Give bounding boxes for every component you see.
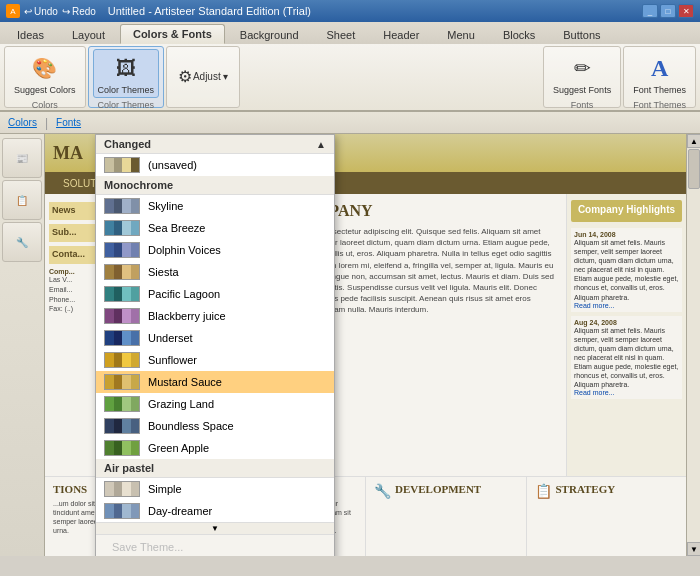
bottom-dev-title: DEVELOPMENT: [395, 483, 481, 495]
fonts-link[interactable]: Fonts: [56, 117, 81, 128]
highlight-2: Aug 24, 2008 Aliquam sit amet felis. Mau…: [571, 316, 682, 400]
swatch-sea-breeze: [104, 220, 140, 236]
dropdown-item-grazing[interactable]: Grazing Land: [96, 393, 334, 415]
main-area: 📰 📋 🔧 MA SOLUTIONS CONTACT News: [0, 134, 700, 556]
ribbon-group-adjust: ⚙ Adjust ▾: [166, 46, 241, 108]
color-themes-dropdown: Changed ▲ (unsaved) Monochrome: [95, 134, 335, 556]
sub-ribbon: Colors | Fonts: [0, 112, 700, 134]
left-panel-btn-3[interactable]: 🔧: [2, 222, 42, 262]
tab-sheet[interactable]: Sheet: [314, 25, 369, 44]
dropdown-item-mustard[interactable]: Mustard Sauce: [96, 371, 334, 393]
dropdown-scroll-down-button[interactable]: ▼: [96, 522, 334, 534]
dropdown-item-skyline[interactable]: Skyline: [96, 195, 334, 217]
colors-link[interactable]: Colors: [8, 117, 37, 128]
site-right-sidebar: Company Highlights Jun 14, 2008 Aliquam …: [566, 194, 686, 476]
tab-blocks[interactable]: Blocks: [490, 25, 548, 44]
save-theme-button[interactable]: Save Theme...: [104, 539, 326, 555]
highlight-1-text: Aliquam sit amet felis. Mauris semper, v…: [574, 238, 679, 302]
suggest-fonts-button[interactable]: ✏ Suggest Fonts: [548, 49, 616, 98]
scrollbar-track[interactable]: [687, 148, 700, 542]
ribbon-content: 🎨 Suggest Colors Colors 🖼 Color Themes C…: [0, 44, 700, 112]
swatch-dolphin: [104, 242, 140, 258]
suggest-colors-button[interactable]: 🎨 Suggest Colors: [9, 49, 81, 98]
close-button[interactable]: ✕: [678, 4, 694, 18]
color-themes-button[interactable]: 🖼 Color Themes: [93, 49, 159, 98]
swatch-mustard: [104, 374, 140, 390]
swatch-unsaved: [104, 157, 140, 173]
title-bar: A ↩ Undo ↪ Redo Untitled - Artisteer Sta…: [0, 0, 700, 22]
tab-header[interactable]: Header: [370, 25, 432, 44]
app-title: Untitled - Artisteer Standard Edition (T…: [108, 5, 311, 17]
site-logo: MA: [53, 143, 83, 164]
dropdown-item-siesta[interactable]: Siesta: [96, 261, 334, 283]
tab-background[interactable]: Background: [227, 25, 312, 44]
swatch-skyline: [104, 198, 140, 214]
tab-ideas[interactable]: Ideas: [4, 25, 57, 44]
dropdown-item-simple[interactable]: Simple: [96, 478, 334, 500]
swatch-boundless: [104, 418, 140, 434]
redo-icon: ↪: [62, 6, 70, 17]
dropdown-item-blackberry[interactable]: Blackberry juice: [96, 305, 334, 327]
maximize-button[interactable]: □: [660, 4, 676, 18]
dev-icon: 🔧: [374, 483, 391, 499]
dropdown-footer: Save Theme... Delete Theme... ...: [96, 534, 334, 556]
dropdown-scroll-up-icon[interactable]: ▲: [316, 139, 326, 150]
highlights-box: Company Highlights: [571, 200, 682, 222]
preview-area: MA SOLUTIONS CONTACT News Sub...: [45, 134, 686, 556]
dropdown-item-boundless[interactable]: Boundless Space: [96, 415, 334, 437]
undo-icon: ↩: [24, 6, 32, 17]
bottom-development: 🔧 DEVELOPMENT: [366, 477, 527, 556]
tab-menu[interactable]: Menu: [434, 25, 488, 44]
color-themes-icon: 🖼: [110, 52, 142, 84]
dropdown-changed-header: Changed ▲: [96, 135, 334, 154]
scrollbar-thumb[interactable]: [688, 149, 700, 189]
highlight-1: Jun 14, 2008 Aliquam sit amet felis. Mau…: [571, 228, 682, 312]
app-icon: A: [6, 4, 20, 18]
scroll-up-button[interactable]: ▲: [687, 134, 700, 148]
dropdown-air-pastel-header: Air pastel: [96, 459, 334, 478]
minimize-button[interactable]: _: [642, 4, 658, 18]
adjust-icon: ⚙: [178, 67, 192, 86]
suggest-colors-icon: 🎨: [29, 52, 61, 84]
tab-colors-fonts[interactable]: Colors & Fonts: [120, 24, 225, 44]
ribbon-group-color-themes: 🖼 Color Themes Color Themes: [88, 46, 164, 108]
delete-theme-button[interactable]: Delete Theme...: [104, 555, 326, 556]
highlights-title: Company Highlights: [575, 204, 678, 215]
strategy-icon: 📋: [535, 483, 552, 499]
left-panel: 📰 📋 🔧: [0, 134, 45, 556]
swatch-green-apple: [104, 440, 140, 456]
dropdown-item-green-apple[interactable]: Green Apple: [96, 437, 334, 459]
scroll-down-button[interactable]: ▼: [687, 542, 700, 556]
highlight-2-readmore[interactable]: Read more...: [574, 389, 679, 396]
ribbon-group-colors: 🎨 Suggest Colors Colors: [4, 46, 86, 108]
tab-layout[interactable]: Layout: [59, 25, 118, 44]
quick-access-undo[interactable]: ↩ Undo: [24, 6, 58, 17]
swatch-blackberry: [104, 308, 140, 324]
dropdown-item-pacific[interactable]: Pacific Lagoon: [96, 283, 334, 305]
highlight-2-text: Aliquam sit amet felis. Mauris semper, v…: [574, 326, 679, 390]
adjust-button[interactable]: ⚙ Adjust ▾: [171, 63, 236, 90]
dropdown-item-day-dreamer[interactable]: Day-dreamer: [96, 500, 334, 522]
dropdown-item-unsaved[interactable]: (unsaved): [96, 154, 334, 176]
tab-buttons[interactable]: Buttons: [550, 25, 613, 44]
dropdown-item-sea-breeze[interactable]: Sea Breeze: [96, 217, 334, 239]
highlight-1-readmore[interactable]: Read more...: [574, 302, 679, 309]
font-themes-icon: A: [644, 52, 676, 84]
swatch-underset: [104, 330, 140, 346]
ribbon-group-fonts: ✏ Suggest Fonts Fonts: [543, 46, 621, 108]
swatch-siesta: [104, 264, 140, 280]
bottom-strategy: 📋 STRATEGY: [527, 477, 687, 556]
dropdown-item-underset[interactable]: Underset: [96, 327, 334, 349]
quick-access-redo[interactable]: ↪ Redo: [62, 6, 96, 17]
bottom-strategy-title: STRATEGY: [556, 483, 616, 495]
font-themes-button[interactable]: A Font Themes: [628, 49, 691, 98]
left-panel-btn-1[interactable]: 📰: [2, 138, 42, 178]
swatch-sunflower: [104, 352, 140, 368]
dropdown-item-sunflower[interactable]: Sunflower: [96, 349, 334, 371]
right-scrollbar: ▲ ▼: [686, 134, 700, 556]
dropdown-mono-header: Monochrome: [96, 176, 334, 195]
ribbon-tab-bar: Ideas Layout Colors & Fonts Background S…: [0, 22, 700, 44]
left-panel-btn-2[interactable]: 📋: [2, 180, 42, 220]
swatch-pacific: [104, 286, 140, 302]
dropdown-item-dolphin[interactable]: Dolphin Voices: [96, 239, 334, 261]
